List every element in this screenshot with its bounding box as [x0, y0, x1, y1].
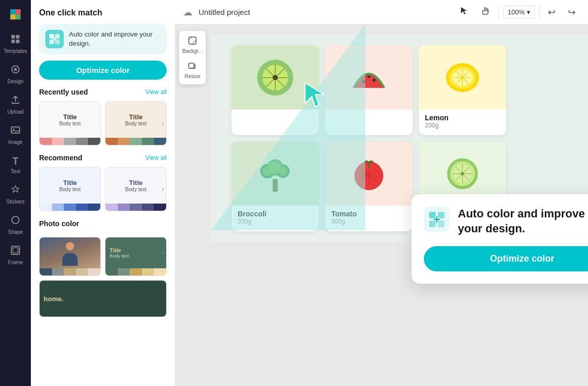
sidebar-item-upload[interactable]: Upload	[2, 90, 29, 119]
text-icon: T	[12, 155, 19, 167]
svg-rect-14	[55, 40, 60, 44]
theme-body: Body text	[125, 187, 147, 192]
upload-icon	[10, 95, 21, 107]
photo-color-grid: Title Body text › home.	[39, 237, 167, 317]
popup-optimize-button[interactable]: Optimize color	[424, 246, 588, 271]
templates-icon	[10, 34, 21, 47]
stickers-icon	[10, 185, 21, 197]
optimize-color-button[interactable]: Optimize color	[39, 61, 167, 80]
design-label: Design	[7, 79, 23, 84]
sidebar-item-design[interactable]: Design	[2, 60, 29, 88]
svg-rect-56	[429, 212, 436, 218]
svg-point-15	[66, 242, 74, 250]
cursor-tool-button[interactable]	[455, 4, 473, 20]
sidebar-item-stickers[interactable]: Stickers	[2, 180, 29, 209]
svg-point-5	[14, 68, 17, 71]
theme-card-rec-2[interactable]: Title Body text ›	[105, 167, 167, 211]
grocery-name-lemon: Lemon	[425, 114, 500, 122]
sidebar-nav: Templates Design Upload Image	[0, 0, 31, 386]
theme-card-rec-1[interactable]: Title Body text	[39, 167, 101, 211]
frame-icon	[10, 245, 21, 258]
cloud-icon: ☁	[183, 7, 192, 18]
photo-card-text[interactable]: Title Body text ›	[105, 237, 167, 276]
svg-rect-59	[438, 220, 444, 227]
popup-icon	[424, 207, 450, 232]
zoom-chevron: ▾	[527, 8, 530, 16]
hand-tool-button[interactable]	[477, 4, 494, 20]
panel-title: One click match	[39, 8, 167, 17]
theme-swatches	[40, 204, 100, 211]
text-label: Text	[11, 169, 20, 174]
zoom-control[interactable]: 100% ▾	[503, 6, 535, 19]
recommend-title: Recommend	[39, 154, 82, 162]
image-label: Image	[8, 139, 23, 145]
resize-label: Resize	[185, 73, 201, 79]
topbar-tools: 100% ▾ ↩ ↪	[455, 4, 580, 20]
redo-button[interactable]: ↪	[564, 5, 580, 20]
grocery-weight-lemon: 200g	[425, 122, 500, 129]
theme-card-arrow: ›	[162, 186, 164, 193]
photo-swatches	[105, 268, 166, 275]
svg-rect-34	[273, 179, 278, 192]
theme-swatches	[105, 138, 166, 145]
theme-body: Body text	[125, 121, 147, 126]
home-preview: home.	[40, 281, 166, 317]
view-all-recommend[interactable]: View all	[146, 154, 167, 161]
sidebar-item-shape[interactable]: Shape	[2, 211, 29, 239]
design-icon	[10, 64, 21, 77]
theme-title: Title	[129, 179, 143, 187]
templates-label: Templates	[4, 48, 27, 54]
grocery-name-tomato: Tomato	[331, 210, 406, 218]
recommend-header: Recommend View all	[39, 154, 167, 162]
sidebar-item-templates[interactable]: Templates	[2, 30, 29, 58]
svg-rect-58	[429, 220, 436, 227]
auto-color-text: Auto color and improve your design.	[69, 30, 161, 48]
grocery-card-watermelon	[325, 45, 413, 135]
shape-label: Shape	[8, 229, 23, 235]
svg-rect-12	[55, 34, 60, 39]
svg-rect-1	[16, 35, 20, 39]
theme-card-recent-2[interactable]: Title Body text ›	[105, 101, 167, 145]
photo-swatches	[40, 268, 100, 275]
home-text: home.	[44, 295, 63, 303]
topbar-divider2	[539, 6, 540, 19]
theme-body: Body text	[59, 187, 81, 192]
topbar: ☁ Untitled project 100% ▾ ↩ ↪	[175, 0, 588, 25]
background-button[interactable]: Backgr...	[181, 33, 204, 57]
floating-toolbar: Backgr... Resize	[179, 31, 206, 84]
theme-card-arrow: ›	[162, 120, 164, 127]
theme-card-arrow: ›	[162, 249, 164, 256]
auto-color-card: Auto color and improve your design.	[39, 24, 167, 54]
svg-rect-10	[13, 248, 18, 253]
view-all-recent[interactable]: View all	[146, 88, 167, 96]
sidebar-item-text[interactable]: T Text	[2, 151, 29, 178]
grocery-card-lemon: Lemon 200g	[419, 45, 506, 135]
upload-label: Upload	[7, 109, 24, 115]
photo-card-home[interactable]: home.	[39, 280, 167, 317]
photo-card-person[interactable]	[39, 237, 101, 276]
resize-button[interactable]: Resize	[181, 58, 204, 82]
recently-used-header: Recently used View all	[39, 88, 167, 96]
auto-color-icon	[45, 30, 64, 48]
one-click-match-panel: One click match Auto color and improve y…	[31, 0, 175, 386]
topbar-divider	[498, 6, 499, 19]
optimize-popup: Auto color and improveyour design. Optim…	[412, 194, 588, 284]
project-title[interactable]: Untitled project	[199, 8, 449, 16]
svg-rect-11	[49, 34, 54, 39]
svg-rect-16	[189, 37, 196, 44]
app-logo[interactable]	[6, 5, 25, 24]
theme-body: Body text	[59, 121, 81, 126]
svg-rect-17	[189, 63, 194, 68]
photo-color-title: Photo color	[39, 219, 167, 228]
svg-rect-2	[11, 40, 15, 43]
sidebar-item-frame[interactable]: Frame	[2, 241, 29, 269]
svg-point-55	[461, 172, 464, 175]
shape-icon	[10, 215, 21, 228]
popup-text: Auto color and improveyour design.	[458, 207, 585, 236]
sidebar-item-image[interactable]: Image	[2, 121, 29, 149]
undo-button[interactable]: ↩	[544, 5, 560, 20]
svg-point-26	[362, 80, 365, 83]
grocery-card-tomato: Tomato 300g	[325, 141, 413, 231]
theme-card-recent-1[interactable]: Title Body text	[39, 101, 101, 145]
grocery-info-lemon: Lemon 200g	[419, 109, 506, 135]
